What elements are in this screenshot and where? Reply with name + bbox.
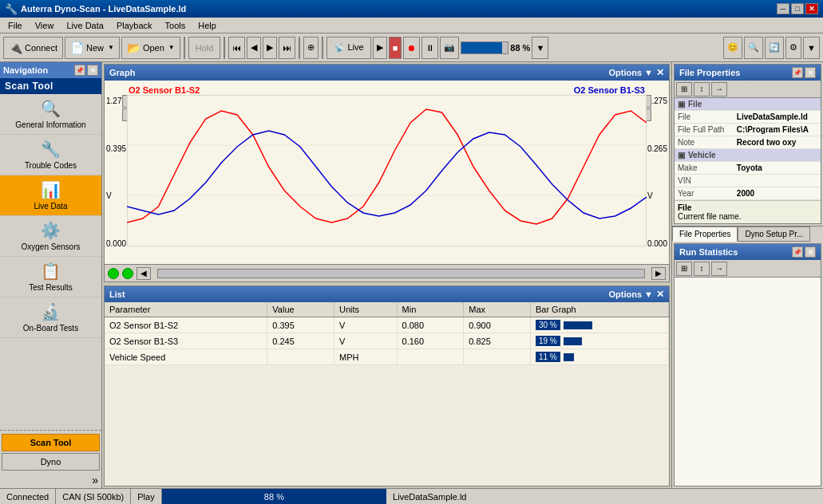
list-header-right: Options ▼ ✕ [609, 289, 665, 300]
expand-vehicle-icon[interactable]: ▣ [678, 151, 685, 159]
note-label: Note [675, 136, 734, 149]
graph-indicator-1 [108, 268, 119, 279]
open-icon: 📂 [127, 41, 140, 54]
cell-parameter: O2 Sensor B1-S3 [105, 333, 267, 349]
dyno-bottom-button[interactable]: Dyno [2, 453, 100, 471]
live-button[interactable]: 📡 Live [326, 37, 370, 59]
file-label: File [675, 111, 734, 124]
file-value: LiveDataSample.ld [734, 111, 821, 124]
main-layout: Navigation 📌 ✕ Scan Tool 🔍 General Infor… [0, 62, 823, 488]
sidebar-item-label-general: General Information [15, 120, 85, 129]
bar-pct-label: 11 % [536, 352, 560, 362]
run-stats-header: Run Statistics 📌 ✕ [675, 244, 821, 260]
sidebar-item-onboard-tests[interactable]: 🔬 On-Board Tests [0, 297, 101, 338]
expand-file-icon[interactable]: ▣ [678, 100, 685, 108]
tab-dyno-setup[interactable]: Dyno Setup Pr... [738, 226, 810, 242]
scan-tool-bottom-button[interactable]: Scan Tool [2, 434, 100, 451]
sidebar-pin-button[interactable]: 📌 [74, 65, 85, 76]
cell-units: MPH [334, 349, 398, 365]
table-row: O2 Sensor B1-S3 0.245 V 0.160 0.825 19 % [105, 333, 669, 349]
sidebar-scroll-right[interactable]: » [0, 472, 101, 488]
make-label: Make [675, 162, 734, 175]
sidebar-item-live-data[interactable]: 📊 Live Data [0, 175, 101, 216]
menu-file[interactable]: File [3, 19, 27, 32]
minimize-button[interactable]: ─ [777, 3, 789, 14]
general-info-icon: 🔍 [41, 99, 61, 118]
pause-button[interactable]: ⏸ [421, 37, 438, 59]
sidebar-item-general-info[interactable]: 🔍 General Information [0, 94, 101, 135]
graph-options-button[interactable]: Options ▼ [609, 68, 654, 77]
year-value: 2000 [734, 187, 821, 200]
y-right-mid: 0.265 [647, 144, 667, 153]
record-button[interactable]: ⏺ [403, 37, 420, 59]
run-stats-close-button[interactable]: ✕ [805, 246, 816, 258]
live-data-icon: 📊 [41, 180, 61, 199]
fp-expand-btn[interactable]: → [711, 82, 727, 96]
menu-livedata[interactable]: Live Data [61, 19, 108, 32]
expand-button[interactable]: ⊕ [303, 37, 319, 59]
new-button[interactable]: 📄 New ▼ [65, 37, 120, 59]
status-mode: Play [131, 489, 161, 504]
list-close-button[interactable]: ✕ [656, 289, 664, 300]
rs-sort-btn-1[interactable]: ⊞ [676, 262, 692, 276]
snapshot-button[interactable]: 📷 [440, 37, 459, 59]
open-dropdown-icon[interactable]: ▼ [168, 44, 175, 51]
progress-bar-fill [461, 42, 502, 53]
file-path-value: C:\Program Files\A [734, 124, 821, 136]
prop-table: ▣File File LiveDataSample.ld File Full P… [675, 98, 821, 200]
stop-button[interactable]: ■ [389, 37, 402, 59]
sidebar-item-trouble-codes[interactable]: 🔧 Trouble Codes [0, 135, 101, 175]
graph-close-button[interactable]: ✕ [656, 67, 664, 78]
new-dropdown-icon[interactable]: ▼ [108, 44, 114, 51]
list-content: Parameter Value Units Min Max Bar Graph … [105, 302, 669, 365]
toolbar-sep-4 [322, 37, 323, 59]
maximize-button[interactable]: □ [791, 3, 804, 14]
list-options-button[interactable]: Options ▼ [609, 289, 654, 299]
graph-right-button[interactable]: ▶ [651, 267, 666, 280]
menu-view[interactable]: View [30, 19, 59, 32]
hold-button[interactable]: Hold [188, 37, 221, 59]
sidebar-item-label-test: Test Results [29, 283, 72, 292]
skip-start-button[interactable]: ⏮ [228, 37, 245, 59]
sidebar: Navigation 📌 ✕ Scan Tool 🔍 General Infor… [0, 62, 102, 488]
vin-label: VIN [675, 175, 734, 187]
settings-button[interactable]: ⚙ [785, 37, 801, 59]
graph-scrollbar[interactable] [157, 269, 645, 278]
menu-button[interactable]: ▼ [803, 37, 820, 59]
play-button[interactable]: ▶ [373, 37, 387, 59]
skip-end-button[interactable]: ⏭ [279, 37, 295, 59]
prev-button[interactable]: ◀ [247, 37, 261, 59]
menu-tools[interactable]: Tools [160, 19, 191, 32]
status-filename: LiveDataSample.ld [386, 492, 823, 502]
fp-sort-btn-2[interactable]: ↕ [694, 82, 710, 96]
fp-sort-btn-1[interactable]: ⊞ [676, 82, 692, 96]
rs-expand-btn[interactable]: → [711, 262, 727, 276]
file-props-close-button[interactable]: ✕ [805, 67, 816, 78]
center-content: Graph Options ▼ ✕ O2 Sensor B1-S2 O2 Sen… [102, 62, 671, 488]
graph-left-button[interactable]: ◀ [137, 267, 151, 280]
list-table: Parameter Value Units Min Max Bar Graph … [105, 302, 669, 365]
file-tooltip-area: File Current file name. [675, 200, 821, 223]
graph-panel: Graph Options ▼ ✕ O2 Sensor B1-S2 O2 Sen… [104, 64, 670, 282]
menu-playback[interactable]: Playback [112, 19, 157, 32]
file-props-pin-button[interactable]: 📌 [792, 67, 803, 78]
icon-btn-1[interactable]: 😊 [723, 37, 742, 59]
rs-sort-btn-2[interactable]: ↕ [694, 262, 710, 276]
dropdown-button[interactable]: ▼ [532, 37, 548, 59]
tab-file-properties[interactable]: File Properties [672, 226, 738, 242]
icon-btn-2[interactable]: 🔍 [744, 37, 763, 59]
run-stats-pin-button[interactable]: 📌 [792, 246, 803, 258]
connect-button[interactable]: 🔌 Connect [3, 37, 63, 59]
menu-help[interactable]: Help [193, 19, 221, 32]
close-button[interactable]: ✕ [805, 3, 818, 14]
sidebar-item-oxygen-sensors[interactable]: ⚙️ Oxygen Sensors [0, 216, 101, 257]
open-button[interactable]: 📂 Open ▼ [121, 37, 180, 59]
statusbar: Connected CAN (SI 500kb) Play 88 % LiveD… [0, 488, 823, 504]
sidebar-item-test-results[interactable]: 📋 Test Results [0, 257, 101, 297]
col-max: Max [464, 302, 531, 317]
sidebar-item-label-trouble: Trouble Codes [25, 161, 77, 170]
sidebar-close-button[interactable]: ✕ [87, 65, 98, 76]
cell-bargraph: 19 % [530, 333, 668, 349]
next-button[interactable]: ▶ [263, 37, 277, 59]
icon-btn-3[interactable]: 🔄 [765, 37, 784, 59]
